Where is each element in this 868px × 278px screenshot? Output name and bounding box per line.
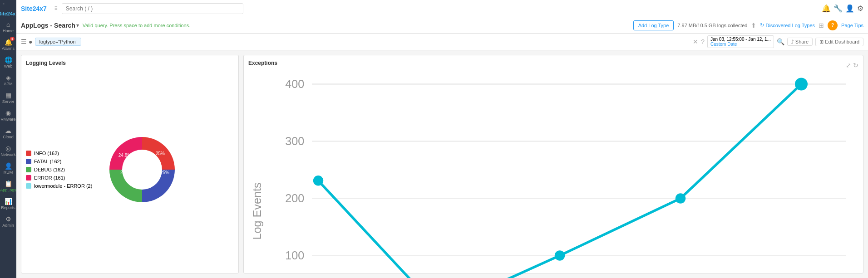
search-icon[interactable]: 🔍 [777, 38, 784, 45]
data-point-4 [795, 78, 808, 91]
sidebar-label-admin: Admin [2, 223, 14, 228]
user-icon[interactable]: 👤 [845, 4, 854, 13]
label-25-right: 25% [160, 170, 169, 175]
label-25-bottom: 25% [120, 170, 129, 175]
rum-icon: 👤 [5, 162, 12, 170]
support-avatar[interactable]: ? [828, 20, 838, 30]
server-icon: ▦ [5, 92, 11, 99]
page-tips-link[interactable]: Page Tips [841, 23, 863, 28]
topbar: Site24x7 ⠿ 🔔 🔧 👤 ⚙ [16, 0, 868, 17]
sidebar-item-network[interactable]: ◎ Network [0, 142, 16, 160]
legend-label-lowermodule: lowermodule - ERROR (2) [34, 183, 92, 189]
sidebar-item-reports[interactable]: 📊 Reports [0, 195, 16, 213]
label-248-left: 24.8% [118, 153, 131, 158]
exceptions-line [318, 84, 801, 278]
web-icon: 🌐 [5, 56, 12, 63]
wrench-icon[interactable]: 🔧 [833, 4, 843, 13]
edit-dashboard-button[interactable]: ⊞ Edit Dashboard [815, 38, 863, 46]
date-range-box[interactable]: Jan 03, 12:55:00 - Jan 12, 1... Custom D… [707, 35, 774, 48]
sidebar-label-alarms: Alarms [2, 46, 15, 51]
sidebar-label-reports: Reports [1, 205, 15, 210]
log-collected-text: 7.97 MB/10.5 GB logs collected [677, 23, 747, 28]
sidebar-item-cloud[interactable]: ☁ Cloud [0, 124, 16, 142]
help-filter-icon[interactable]: ? [701, 38, 705, 45]
logging-levels-title: Logging Levels [26, 60, 234, 66]
legend-label-info: INFO (162) [34, 151, 59, 156]
data-point-0 [313, 176, 323, 185]
discovered-log-types-link[interactable]: ↻ Discovered Log Types [760, 22, 815, 28]
y-tick-400: 400 [285, 78, 304, 90]
topbar-grid-icon[interactable]: ⠿ [54, 5, 58, 12]
sidebar-item-rum[interactable]: 👤 RUM [0, 160, 16, 177]
sidebar-label-applogs: AppLogs [0, 188, 16, 192]
sidebar-item-admin[interactable]: ⚙ Admin [0, 213, 16, 230]
custom-date-text: Custom Date [710, 42, 771, 47]
sidebar-label-cloud: Cloud [3, 135, 14, 139]
sidebar-item-alarms[interactable]: 🔔 4 Alarms [0, 36, 16, 54]
vmware-icon: ◉ [5, 109, 11, 117]
discovered-label: Discovered Log Types [765, 23, 815, 28]
sidebar-item-web[interactable]: 🌐 Web [0, 54, 16, 71]
share-button[interactable]: ⤴ Share [787, 38, 813, 46]
page-title-dropdown[interactable]: ▾ [76, 22, 79, 29]
filter-list-icon[interactable]: ☰ [21, 38, 27, 45]
admin-icon: ⚙ [5, 215, 11, 223]
logging-levels-chart-area: INFO (162) FATAL (162) DEBUG (162) ERROR… [26, 71, 234, 268]
filterbar-right: ✕ ? Jan 03, 12:55:00 - Jan 12, 1... Cust… [693, 35, 863, 48]
page-title: AppLogs - Search [21, 22, 75, 29]
donut-svg: 25% 25% 25% 24.8% [101, 129, 183, 210]
legend-label-error: ERROR (161) [34, 175, 65, 180]
legend: INFO (162) FATAL (162) DEBUG (162) ERROR… [26, 151, 92, 189]
share-icon: ⤴ [791, 39, 794, 44]
sidebar-item-server[interactable]: ▦ Server [0, 89, 16, 107]
donut-chart: 25% 25% 25% 24.8% [101, 129, 183, 210]
apm-icon: ◈ [6, 74, 11, 81]
legend-dot-debug [26, 167, 31, 172]
y-tick-200: 200 [285, 192, 304, 205]
home-icon: ⌂ [6, 21, 10, 28]
filterbar: ☰ ● logtype="Python" ✕ ? Jan 03, 12:55:0… [16, 34, 868, 50]
filter-tag: logtype="Python" [35, 38, 81, 46]
legend-label-debug: DEBUG (162) [34, 167, 65, 172]
subheader: AppLogs - Search ▾ Valid query. Press sp… [16, 17, 868, 34]
data-point-2 [555, 250, 565, 260]
sidebar-label-server: Server [2, 99, 15, 104]
filter-icons: ☰ ● [21, 38, 32, 45]
refresh-chart-icon[interactable]: ↻ [853, 62, 858, 69]
expand-icon[interactable]: ⤢ [846, 62, 851, 69]
main-content: Site24x7 ⠿ 🔔 🔧 👤 ⚙ AppLogs - Search ▾ Va… [16, 0, 868, 278]
sidebar-item-home[interactable]: ⌂ Home [0, 18, 16, 36]
sidebar-scroll: ⌂ Home 🔔 4 Alarms 🌐 Web ◈ APM ▦ Server ◉… [0, 18, 16, 278]
settings-icon[interactable]: ⚙ [857, 4, 863, 13]
dashboard: Logging Levels INFO (162) FATAL (162) DE… [16, 50, 868, 278]
sidebar: ⠿ Site24x7 ⌂ Home 🔔 4 Alarms 🌐 Web ◈ APM… [0, 0, 16, 278]
sidebar-item-apm[interactable]: ◈ APM [0, 71, 16, 89]
reports-icon: 📊 [5, 198, 12, 205]
sidebar-label-apm: APM [4, 82, 13, 86]
legend-label-fatal: FATAL (162) [34, 159, 61, 164]
legend-dot-fatal [26, 159, 31, 164]
data-point-3 [676, 193, 686, 203]
exceptions-panel: Exceptions ⤢ ↻ Log Events 400 [243, 55, 863, 273]
label-25-top: 25% [156, 151, 165, 156]
grid-view-icon[interactable]: ⊞ [819, 22, 824, 29]
subheader-right: Add Log Type 7.97 MB/10.5 GB logs collec… [633, 20, 863, 30]
add-log-type-button[interactable]: Add Log Type [633, 20, 674, 30]
sidebar-label-home: Home [3, 29, 14, 33]
cloud-icon: ☁ [5, 127, 11, 134]
logging-levels-panel: Logging Levels INFO (162) FATAL (162) DE… [21, 55, 239, 273]
exceptions-title: Exceptions [248, 60, 277, 66]
sidebar-label-rum: RUM [4, 170, 13, 175]
sidebar-item-applogs[interactable]: 📋 AppLogs [0, 177, 16, 195]
bell-icon[interactable]: 🔔 [822, 4, 831, 13]
topbar-logo: Site24x7 [21, 5, 47, 12]
exceptions-panel-header: Exceptions ⤢ ↻ [248, 60, 858, 71]
line-chart-svg: Log Events 400 300 200 100 0 03-Jan-23 1… [248, 71, 858, 278]
applogs-icon: 📋 [5, 180, 12, 187]
sidebar-item-vmware[interactable]: ◉ VMware [0, 107, 16, 124]
network-icon: ◎ [5, 145, 11, 152]
edit-dashboard-label: Edit Dashboard [825, 39, 859, 44]
search-input[interactable] [62, 3, 243, 14]
filter-circle-icon[interactable]: ● [29, 38, 32, 45]
close-filter-icon[interactable]: ✕ [693, 38, 698, 45]
